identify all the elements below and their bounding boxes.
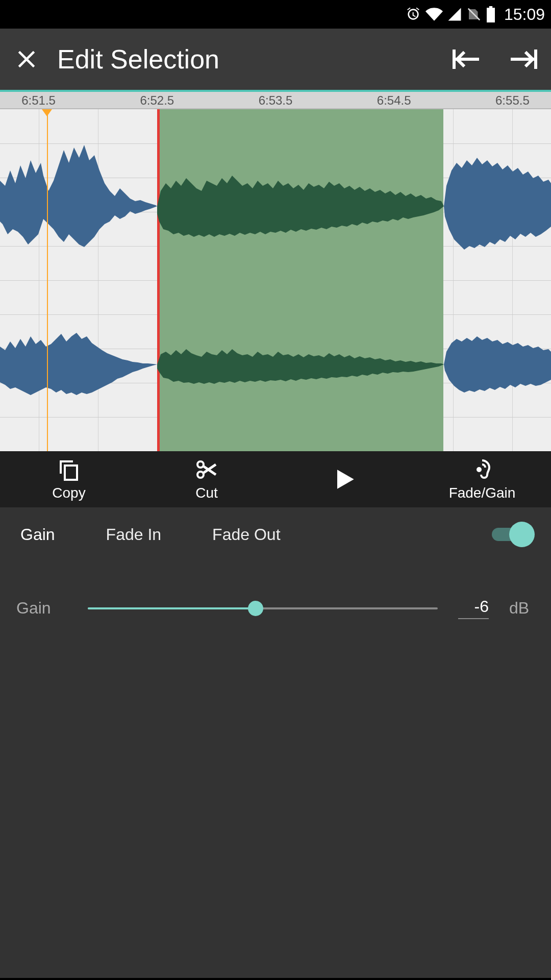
gain-unit: dB [509, 599, 535, 618]
ruler-tick: 6:51.5 [21, 93, 56, 108]
copy-label: Copy [52, 485, 85, 501]
ruler-tick: 6:55.5 [495, 93, 530, 108]
status-bar: 15:09 [0, 0, 551, 29]
waveform-channel-right [0, 318, 551, 410]
svg-rect-0 [65, 465, 77, 480]
waveform-canvas[interactable] [0, 109, 551, 451]
ruler-tick: 6:53.5 [259, 93, 293, 108]
ruler-tick: 6:54.5 [377, 93, 411, 108]
cut-button[interactable]: Cut [138, 457, 276, 501]
tab-gain[interactable]: Gain [20, 525, 55, 544]
copy-button[interactable]: Copy [0, 457, 138, 501]
cut-label: Cut [195, 485, 218, 501]
gain-slider[interactable] [88, 598, 438, 619]
gain-value-input[interactable]: -6 [458, 597, 489, 619]
app-header: Edit Selection [0, 29, 551, 92]
nosim-icon [466, 7, 482, 22]
play-icon [330, 465, 359, 494]
gain-label: Gain [16, 599, 67, 618]
effect-tabs: Gain Fade In Fade Out [0, 507, 551, 561]
scissors-icon [194, 457, 219, 482]
action-toolbar: Copy Cut Fade/Gain [0, 451, 551, 507]
signal-icon [447, 7, 462, 22]
copy-icon [57, 457, 81, 482]
status-time: 15:09 [504, 5, 545, 24]
svg-point-3 [478, 468, 481, 471]
time-ruler[interactable]: 6:51.5 6:52.5 6:53.5 6:54.5 6:55.5 [0, 92, 551, 109]
alarm-icon [405, 6, 421, 22]
goto-start-button[interactable] [451, 45, 480, 74]
fadegain-label: Fade/Gain [449, 485, 516, 501]
fadegain-button[interactable]: Fade/Gain [413, 457, 551, 501]
gain-panel: Gain -6 dB [0, 561, 551, 978]
effect-toggle[interactable] [492, 524, 531, 545]
tab-fadein[interactable]: Fade In [106, 525, 162, 544]
close-button[interactable] [12, 45, 41, 74]
tab-fadeout[interactable]: Fade Out [212, 525, 280, 544]
goto-end-button[interactable] [510, 45, 539, 74]
play-button[interactable] [276, 465, 413, 494]
playhead-marker [42, 109, 52, 116]
wifi-icon [425, 6, 443, 23]
page-title: Edit Selection [57, 44, 435, 75]
playhead[interactable] [47, 109, 48, 451]
battery-icon [486, 6, 496, 22]
waveform-channel-left [0, 135, 551, 278]
ruler-tick: 6:52.5 [140, 93, 174, 108]
ear-icon [470, 457, 494, 482]
